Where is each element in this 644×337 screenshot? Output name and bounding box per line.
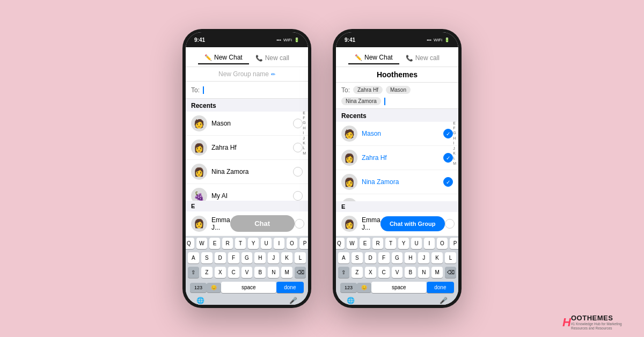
key-emoji-right[interactable]: 😊 bbox=[357, 283, 371, 292]
key-space-left[interactable]: space bbox=[221, 282, 276, 293]
key-p-right[interactable]: P bbox=[450, 238, 458, 249]
globe-icon-left[interactable]: 🌐 bbox=[196, 297, 204, 304]
check-extra-left[interactable] bbox=[295, 219, 304, 229]
contact-nina-left[interactable]: 👩 Nina Zamora bbox=[186, 160, 308, 184]
key-backspace-right[interactable]: ⌫ bbox=[445, 267, 456, 278]
extra-contact-right[interactable]: 👩 Emma J... Chat with Group bbox=[336, 212, 458, 236]
key-shift-left[interactable]: ⇧ bbox=[188, 267, 199, 278]
contact-zahra-right[interactable]: 👩 Zahra Hf bbox=[336, 146, 458, 170]
key-123-left[interactable]: 123 bbox=[190, 283, 207, 292]
key-y-left[interactable]: Y bbox=[248, 238, 259, 249]
battery-icon-right: 🔋 bbox=[444, 38, 450, 42]
check-nina-right[interactable] bbox=[443, 177, 453, 187]
key-m-right[interactable]: M bbox=[431, 267, 443, 278]
key-f-right[interactable]: F bbox=[378, 252, 390, 263]
key-l-left[interactable]: L bbox=[295, 252, 306, 263]
contact-zahra-left[interactable]: 👩 Zahra Hf bbox=[186, 136, 308, 160]
key-done-left[interactable]: done bbox=[276, 282, 304, 293]
key-i-left[interactable]: I bbox=[274, 238, 284, 249]
key-t-right[interactable]: T bbox=[385, 238, 396, 249]
key-x-right[interactable]: X bbox=[365, 267, 376, 278]
group-name-bar-right[interactable]: Hoothemes bbox=[336, 67, 458, 83]
key-z-left[interactable]: Z bbox=[201, 267, 213, 278]
key-k-right[interactable]: K bbox=[431, 252, 443, 263]
to-tag-zahra: Zahra Hf bbox=[353, 86, 383, 94]
key-o-left[interactable]: O bbox=[287, 238, 297, 249]
globe-icon-right[interactable]: 🌐 bbox=[347, 297, 355, 304]
key-d-left[interactable]: D bbox=[215, 252, 226, 263]
key-123-right[interactable]: 123 bbox=[340, 283, 357, 292]
key-w-right[interactable]: W bbox=[347, 238, 357, 249]
key-a-right[interactable]: A bbox=[338, 252, 349, 263]
chat-button-left[interactable]: Chat bbox=[230, 215, 295, 232]
key-s-left[interactable]: S bbox=[201, 252, 213, 263]
key-e-right[interactable]: E bbox=[360, 238, 370, 249]
to-tag-nina: Nina Zamora bbox=[341, 97, 381, 105]
tab-new-call-left[interactable]: 📞 New call bbox=[249, 52, 296, 64]
key-d-right[interactable]: D bbox=[365, 252, 376, 263]
contact-myai-right[interactable]: 🍇 My AI bbox=[336, 194, 458, 201]
key-l-right[interactable]: L bbox=[445, 252, 456, 263]
extra-contact-left[interactable]: 👩 Emma J... Chat bbox=[186, 211, 308, 236]
tab-new-call-right[interactable]: 📞 New call bbox=[399, 52, 446, 64]
key-h-left[interactable]: H bbox=[254, 252, 266, 263]
key-f-left[interactable]: F bbox=[228, 252, 239, 263]
key-c-right[interactable]: C bbox=[378, 267, 390, 278]
key-emoji-left[interactable]: 😊 bbox=[207, 283, 221, 292]
tab-new-chat-right[interactable]: ✏️ New Chat bbox=[348, 52, 399, 64]
group-name-bar-left[interactable]: New Group name ✏ bbox=[186, 67, 308, 82]
key-p-left[interactable]: P bbox=[299, 238, 308, 249]
key-g-left[interactable]: G bbox=[241, 252, 253, 263]
contact-myai-left[interactable]: 🍇 My AI bbox=[186, 184, 308, 201]
key-backspace-left[interactable]: ⌫ bbox=[295, 267, 306, 278]
check-nina-left[interactable] bbox=[293, 167, 303, 177]
key-n-left[interactable]: N bbox=[268, 267, 279, 278]
key-q-right[interactable]: Q bbox=[336, 238, 345, 249]
key-i-right[interactable]: I bbox=[424, 238, 435, 249]
key-s-right[interactable]: S bbox=[352, 252, 363, 263]
key-v-right[interactable]: V bbox=[392, 267, 403, 278]
mic-icon-right[interactable]: 🎤 bbox=[440, 297, 448, 304]
key-y-right[interactable]: Y bbox=[398, 238, 409, 249]
key-r-left[interactable]: R bbox=[222, 238, 233, 249]
key-m-left[interactable]: M bbox=[281, 267, 292, 278]
contact-nina-right[interactable]: 👩 Nina Zamora bbox=[336, 170, 458, 194]
key-r-right[interactable]: R bbox=[372, 238, 383, 249]
key-shift-right[interactable]: ⇧ bbox=[338, 267, 349, 278]
key-k-left[interactable]: K bbox=[281, 252, 292, 263]
key-z-right[interactable]: Z bbox=[352, 267, 363, 278]
contact-mason-right[interactable]: 🧑 Mason ABCDEFGHIJKLM bbox=[336, 122, 458, 146]
key-u-left[interactable]: U bbox=[261, 238, 272, 249]
check-zahra-left[interactable] bbox=[293, 143, 303, 152]
key-a-left[interactable]: A bbox=[188, 252, 199, 263]
to-field-left[interactable]: To: bbox=[186, 82, 308, 99]
key-u-right[interactable]: U bbox=[411, 238, 422, 249]
check-zahra-right[interactable] bbox=[443, 153, 453, 163]
mic-icon-left[interactable]: 🎤 bbox=[289, 297, 297, 304]
contact-mason-left[interactable]: 🧑 Mason ABCDEFGHIJKLM bbox=[186, 112, 308, 136]
key-w-left[interactable]: W bbox=[196, 238, 207, 249]
check-mason-right[interactable] bbox=[443, 129, 453, 138]
key-o-right[interactable]: O bbox=[437, 238, 448, 249]
key-q-left[interactable]: Q bbox=[186, 238, 194, 249]
key-v-left[interactable]: V bbox=[241, 267, 253, 278]
key-b-left[interactable]: B bbox=[254, 267, 266, 278]
check-myai-left[interactable] bbox=[293, 191, 303, 201]
key-c-left[interactable]: C bbox=[228, 267, 239, 278]
key-done-right[interactable]: done bbox=[427, 282, 454, 293]
key-x-left[interactable]: X bbox=[215, 267, 226, 278]
key-j-right[interactable]: J bbox=[418, 252, 429, 263]
key-h-right[interactable]: H bbox=[405, 252, 416, 263]
key-t-left[interactable]: T bbox=[235, 238, 246, 249]
key-e-left[interactable]: E bbox=[209, 238, 220, 249]
key-b-right[interactable]: B bbox=[405, 267, 416, 278]
key-j-left[interactable]: J bbox=[268, 252, 279, 263]
tab-new-chat-left[interactable]: ✏️ New Chat bbox=[198, 52, 249, 64]
key-g-right[interactable]: G bbox=[392, 252, 403, 263]
to-field-right[interactable]: To: Zahra Hf Mason Nina Zamora bbox=[336, 83, 458, 109]
key-n-right[interactable]: N bbox=[418, 267, 429, 278]
key-space-right[interactable]: space bbox=[371, 282, 427, 293]
check-mason-left[interactable] bbox=[293, 119, 303, 128]
check-extra-right[interactable] bbox=[445, 219, 455, 229]
chat-with-group-button[interactable]: Chat with Group bbox=[380, 216, 445, 231]
